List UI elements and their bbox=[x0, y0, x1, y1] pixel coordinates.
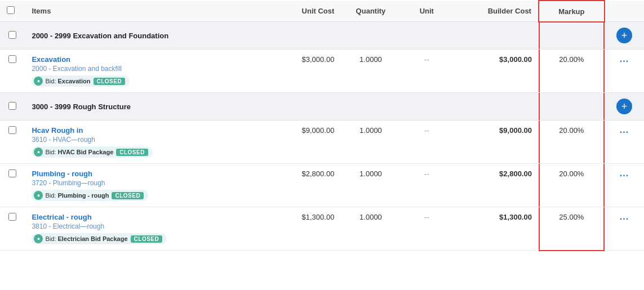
item-name-cell: Hcav Rough in 3610 - HVAC—rough ● Bid: H… bbox=[25, 121, 268, 164]
quantity-cell: 1.0000 bbox=[341, 121, 400, 164]
item-subcategory: 3810 - Electrical—rough bbox=[32, 222, 261, 230]
item-checkbox-cell bbox=[0, 121, 25, 164]
category-row: 3000 - 3999 Rough Structure + bbox=[0, 93, 644, 121]
header-quantity: Quantity bbox=[341, 1, 400, 22]
more-actions-button[interactable]: ··· bbox=[618, 126, 631, 139]
table-row: Electrical - rough 3810 - Electrical—rou… bbox=[0, 207, 644, 251]
header-builder-cost: Builder Cost bbox=[453, 1, 539, 22]
item-checkbox[interactable] bbox=[8, 213, 16, 221]
bid-badge: ● Bid: Electrician Bid Package CLOSED bbox=[32, 233, 167, 244]
more-actions-cell: ··· bbox=[605, 50, 644, 93]
bid-badge: ● Bid: HVAC Bid Package CLOSED bbox=[32, 146, 153, 158]
builder-cost-cell: $2,800.00 bbox=[453, 164, 539, 207]
quantity-cell: 1.0000 bbox=[341, 50, 400, 93]
category-label: 3000 - 3999 Rough Structure bbox=[25, 93, 539, 121]
category-checkbox-cell bbox=[0, 93, 25, 121]
bid-text: Bid: Electrician Bid Package bbox=[45, 235, 127, 242]
item-checkbox[interactable] bbox=[8, 169, 16, 177]
category-checkbox[interactable] bbox=[8, 102, 16, 110]
header-checkbox bbox=[0, 1, 25, 22]
bid-badge: ● Bid: Excavation CLOSED bbox=[32, 75, 130, 87]
bid-text: Bid: Plumbing - rough bbox=[45, 192, 109, 199]
markup-cell: 20.00% bbox=[539, 50, 605, 93]
bid-badge: ● Bid: Plumbing - rough CLOSED bbox=[32, 190, 148, 201]
unit-cost-cell: $9,000.00 bbox=[269, 121, 341, 164]
category-label: 2000 - 2999 Excavation and Foundation bbox=[25, 22, 539, 50]
quantity-cell: 1.0000 bbox=[341, 164, 400, 207]
unit-cell: -- bbox=[401, 164, 453, 207]
item-name-link[interactable]: Plumbing - rough bbox=[32, 169, 261, 178]
add-item-button[interactable]: + bbox=[616, 28, 632, 43]
bid-text: Bid: Excavation bbox=[45, 78, 90, 84]
category-add-cell: + bbox=[605, 93, 644, 121]
item-name-cell: Plumbing - rough 3720 - Plumbing—rough ●… bbox=[25, 164, 268, 207]
category-add-cell: + bbox=[605, 22, 644, 50]
item-subcategory: 3610 - HVAC—rough bbox=[32, 136, 261, 144]
unit-cell: -- bbox=[401, 207, 453, 251]
bid-text: Bid: HVAC Bid Package bbox=[45, 149, 113, 155]
category-markup-cell bbox=[539, 93, 605, 121]
category-markup-cell bbox=[539, 22, 605, 50]
header-actions bbox=[605, 1, 644, 22]
header-unit-cost: Unit Cost bbox=[269, 1, 341, 22]
more-actions-cell: ··· bbox=[605, 207, 644, 251]
header-unit: Unit bbox=[401, 1, 453, 22]
select-all-checkbox[interactable] bbox=[7, 6, 15, 14]
item-checkbox[interactable] bbox=[8, 55, 16, 63]
closed-status-badge: CLOSED bbox=[116, 149, 148, 156]
table-row: Excavation 2000 - Excavation and backfil… bbox=[0, 50, 644, 93]
markup-cell: 25.00% bbox=[539, 207, 605, 251]
bid-icon: ● bbox=[34, 234, 43, 243]
header-markup: Markup bbox=[539, 1, 605, 22]
unit-cost-cell: $1,300.00 bbox=[269, 207, 341, 251]
table-row: Hcav Rough in 3610 - HVAC—rough ● Bid: H… bbox=[0, 121, 644, 164]
header-items: Items bbox=[25, 1, 268, 22]
quantity-cell: 1.0000 bbox=[341, 207, 400, 251]
markup-cell: 20.00% bbox=[539, 121, 605, 164]
bid-icon: ● bbox=[34, 191, 43, 200]
more-actions-button[interactable]: ··· bbox=[618, 169, 631, 182]
item-checkbox-cell bbox=[0, 207, 25, 251]
unit-cell: -- bbox=[401, 50, 453, 93]
category-checkbox-cell bbox=[0, 22, 25, 50]
item-subcategory: 3720 - Plumbing—rough bbox=[32, 179, 261, 187]
table-row: Plumbing - rough 3720 - Plumbing—rough ●… bbox=[0, 164, 644, 207]
closed-status-badge: CLOSED bbox=[94, 78, 126, 85]
add-item-button[interactable]: + bbox=[616, 99, 632, 114]
bid-icon: ● bbox=[34, 77, 43, 86]
unit-cell: -- bbox=[401, 121, 453, 164]
category-row: 2000 - 2999 Excavation and Foundation + bbox=[0, 22, 644, 50]
markup-cell: 20.00% bbox=[539, 164, 605, 207]
cost-table: Items Unit Cost Quantity Unit Builder Co… bbox=[0, 0, 644, 251]
builder-cost-cell: $3,000.00 bbox=[453, 50, 539, 93]
more-actions-cell: ··· bbox=[605, 164, 644, 207]
item-name-cell: Excavation 2000 - Excavation and backfil… bbox=[25, 50, 268, 93]
more-actions-button[interactable]: ··· bbox=[618, 213, 631, 225]
item-checkbox-cell bbox=[0, 164, 25, 207]
more-actions-button[interactable]: ··· bbox=[618, 55, 631, 68]
builder-cost-cell: $1,300.00 bbox=[453, 207, 539, 251]
item-subcategory: 2000 - Excavation and backfill bbox=[32, 65, 261, 73]
bid-icon: ● bbox=[34, 148, 43, 157]
builder-cost-cell: $9,000.00 bbox=[453, 121, 539, 164]
item-checkbox[interactable] bbox=[8, 126, 16, 134]
category-checkbox[interactable] bbox=[8, 31, 16, 39]
item-name-link[interactable]: Excavation bbox=[32, 55, 261, 64]
closed-status-badge: CLOSED bbox=[112, 192, 144, 199]
item-checkbox-cell bbox=[0, 50, 25, 93]
unit-cost-cell: $3,000.00 bbox=[269, 50, 341, 93]
item-name-link[interactable]: Hcav Rough in bbox=[32, 126, 261, 135]
more-actions-cell: ··· bbox=[605, 121, 644, 164]
unit-cost-cell: $2,800.00 bbox=[269, 164, 341, 207]
item-name-link[interactable]: Electrical - rough bbox=[32, 213, 261, 221]
item-name-cell: Electrical - rough 3810 - Electrical—rou… bbox=[25, 207, 268, 251]
closed-status-badge: CLOSED bbox=[131, 235, 163, 243]
